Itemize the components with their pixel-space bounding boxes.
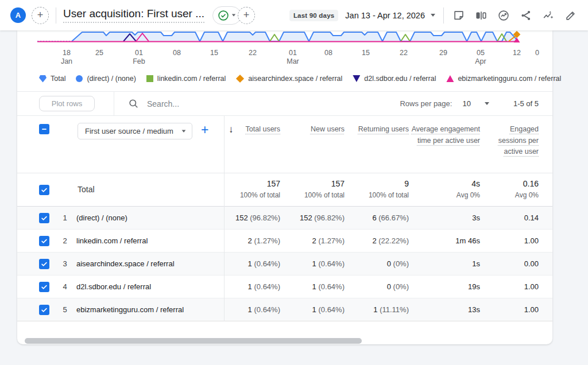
pagination: Rows per page: 10 1-5 of 5: [400, 99, 552, 108]
report-status-pill[interactable]: [212, 6, 241, 25]
cell-total-users: 1 (0.64%): [224, 282, 280, 291]
add-report-button[interactable]: +: [32, 7, 49, 24]
legend-item-linkedin: linkedin.com / referral: [146, 75, 226, 83]
x-tick: 08: [173, 49, 181, 57]
column-header-returning-users[interactable]: Returning users: [345, 124, 409, 158]
row-dimension: d2l.sdbor.edu / referral: [76, 282, 224, 291]
notes-icon[interactable]: [452, 9, 466, 22]
dimension-selector[interactable]: First user source / medium: [78, 123, 192, 139]
d2l-marker-icon: [353, 75, 360, 82]
avatar[interactable]: A: [10, 7, 26, 23]
cell-new-users: 1 (0.64%): [280, 282, 345, 291]
cell-returning-users: 6 (66.67%): [345, 213, 409, 222]
cell-returning-users: 2 (22.22%): [345, 236, 409, 245]
row-number: 5: [55, 305, 75, 314]
totals-cell: 9100% of total: [345, 179, 409, 199]
x-tick: 22: [400, 49, 408, 57]
table-header: First user source / medium + ↓ Total use…: [17, 116, 552, 173]
cell-avg-engagement-time: 3s: [409, 213, 480, 222]
horizontal-scrollbar[interactable]: [25, 338, 362, 344]
add-dimension-button[interactable]: +: [201, 123, 208, 137]
column-header-new-users[interactable]: New users: [280, 124, 345, 158]
legend-item-direct: (direct) / (none): [76, 75, 136, 83]
cell-total-users: 152 (96.82%): [224, 213, 280, 222]
row-dimension: (direct) / (none): [76, 213, 224, 222]
totals-cell: 157100% of total: [224, 179, 280, 199]
table-row: 4 d2l.sdbor.edu / referral 1 (0.64%) 1 (…: [17, 275, 552, 298]
ebizmarketingguru-marker-icon: [446, 75, 454, 82]
search-icon: [128, 98, 139, 109]
controls-divider: [114, 92, 114, 116]
date-range[interactable]: Jan 13 - Apr 12, 2026: [345, 11, 425, 20]
row-number: 1: [55, 213, 75, 222]
column-header-total-users[interactable]: Total users: [224, 124, 280, 158]
cell-avg-engagement-time: 13s: [409, 305, 480, 314]
cell-total-users: 1 (0.64%): [224, 305, 280, 314]
row-checkbox[interactable]: [39, 305, 49, 315]
x-tick: 05Apr: [475, 49, 486, 66]
cell-engaged-sessions: 1.00: [480, 236, 539, 245]
cell-total-users: 2 (1.27%): [224, 236, 280, 245]
pagination-range: 1-5 of 5: [513, 99, 539, 108]
cell-avg-engagement-time: 19s: [409, 282, 480, 291]
row-dimension: aisearchindex.space / referral: [76, 259, 224, 268]
legend-item-ebizmarketingguru: ebizmarketingguru.com / referral: [446, 75, 561, 83]
row-checkbox[interactable]: [39, 282, 49, 292]
cell-total-users: 1 (0.64%): [224, 259, 280, 268]
row-checkbox[interactable]: [39, 213, 49, 223]
cell-engaged-sessions: 1.00: [480, 282, 539, 291]
cell-avg-engagement-time: 1m 46s: [409, 236, 480, 245]
cell-engaged-sessions: 0.00: [480, 259, 539, 268]
x-tick: 29: [439, 49, 447, 57]
header-divider-2: [443, 7, 444, 24]
totals-checkbox[interactable]: [39, 185, 49, 195]
row-number: 3: [55, 259, 75, 268]
add-collaborator-button[interactable]: +: [238, 7, 255, 24]
legend-item-d2l: d2l.sdbor.edu / referral: [353, 75, 436, 83]
direct-marker-icon: [76, 75, 83, 82]
table-row: 2 linkedin.com / referral 2 (1.27%) 2 (1…: [17, 230, 552, 253]
x-tick: 01Mar: [287, 49, 299, 66]
row-checkbox[interactable]: [39, 259, 49, 269]
rows-per-page-caret-icon[interactable]: [485, 102, 489, 105]
cell-returning-users: 0 (0%): [345, 282, 409, 291]
cell-avg-engagement-time: 1s: [409, 259, 480, 268]
table-controls: Plot rows Rows per page: 10 1-5 of 5: [17, 91, 552, 116]
plot-rows-button[interactable]: Plot rows: [39, 96, 95, 111]
insights-icon[interactable]: [497, 9, 510, 22]
table-column-divider: [224, 116, 225, 321]
totals-cell: 0.16Avg 0%: [480, 179, 539, 199]
edit-icon[interactable]: [564, 9, 578, 22]
search-input[interactable]: [146, 99, 272, 109]
report-card: 18Jan 25 01Feb 08 15 22 01Mar 08 15 22 2…: [17, 30, 552, 344]
table-row: 1 (direct) / (none) 152 (96.82%) 152 (96…: [17, 207, 552, 230]
select-all-checkbox[interactable]: [39, 124, 49, 134]
app-header: A + User acquisition: First user ... + L…: [0, 0, 588, 30]
totals-row: Total 157100% of total 157100% of total …: [17, 173, 552, 207]
date-preset-badge: Last 90 days: [289, 10, 338, 21]
cell-new-users: 1 (0.64%): [280, 259, 345, 268]
row-checkbox[interactable]: [39, 236, 49, 246]
x-tick: 22: [249, 49, 257, 57]
x-tick: 25: [95, 49, 103, 57]
row-number: 4: [55, 282, 75, 291]
comparison-icon[interactable]: [474, 9, 488, 22]
chart-x-axis: 18Jan 25 01Feb 08 15 22 01Mar 08 15 22 2…: [17, 46, 552, 66]
table-row: 3 aisearchindex.space / referral 1 (0.64…: [17, 253, 552, 275]
rows-per-page-label: Rows per page:: [400, 99, 452, 108]
timeseries-chart[interactable]: [17, 30, 552, 46]
cell-returning-users: 0 (0%): [345, 259, 409, 268]
chart-legend: Total (direct) / (none) linkedin.com / r…: [17, 66, 552, 91]
report-title[interactable]: User acquisition: First user ...: [63, 7, 204, 23]
rows-per-page-value[interactable]: 10: [462, 99, 470, 108]
share-icon[interactable]: [519, 9, 533, 22]
sparkline-insights-icon[interactable]: [541, 9, 555, 22]
column-header-engaged-sessions[interactable]: Engaged sessions per active user: [480, 124, 539, 158]
table-row: 5 ebizmarketingguru.com / referral 1 (0.…: [17, 298, 552, 321]
column-header-avg-engagement-time[interactable]: Average engagement time per active user: [409, 124, 480, 158]
date-range-caret-icon[interactable]: [431, 14, 435, 17]
x-tick: 01Feb: [133, 49, 145, 66]
x-tick: 15: [362, 49, 370, 57]
totals-label: Total: [78, 185, 95, 194]
table-body: 1 (direct) / (none) 152 (96.82%) 152 (96…: [17, 207, 552, 321]
